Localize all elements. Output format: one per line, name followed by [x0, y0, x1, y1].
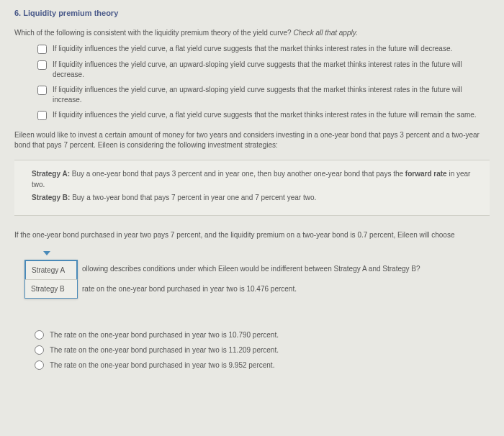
fill-prompt: If the one-year bond purchased in year t…: [14, 230, 490, 240]
radio-label: The rate on the one-year bond purchased …: [50, 331, 279, 339]
checkbox-input[interactable]: [37, 45, 47, 54]
dropdown-option-a[interactable]: Strategy A: [24, 260, 78, 280]
radio-label: The rate on the one-year bond purchased …: [50, 346, 279, 354]
strategy-a: Strategy A: Buy a one-year bond that pay…: [32, 169, 472, 190]
beside-dropdown-text: ollowing describes conditions under whic…: [82, 250, 490, 294]
strategy-b-label: Strategy B:: [32, 194, 70, 201]
strategy-a-label: Strategy A:: [32, 170, 70, 178]
checkbox-label: If liquidity influences the yield curve,…: [53, 44, 452, 54]
radio-input[interactable]: [35, 345, 44, 355]
beside-line-1: ollowing describes conditions under whic…: [82, 264, 490, 274]
checkbox-label: If liquidity influences the yield curve,…: [53, 60, 490, 79]
radio-input[interactable]: [35, 360, 44, 370]
checkbox-option[interactable]: If liquidity influences the yield curve,…: [37, 44, 490, 54]
strategy-dropdown[interactable]: Strategy A Strategy B: [24, 260, 78, 299]
checkbox-label: If liquidity influences the yield curve,…: [53, 110, 477, 120]
radio-option[interactable]: The rate on the one-year bond purchased …: [35, 330, 490, 340]
chevron-down-icon[interactable]: [43, 251, 50, 255]
dropdown-region: Strategy A Strategy B ollowing describes…: [14, 250, 490, 294]
question-prompt: Which of the following is consistent wit…: [14, 29, 490, 37]
dropdown-option-b[interactable]: Strategy B: [25, 280, 77, 298]
prompt-text: Which of the following is consistent wit…: [14, 29, 292, 37]
strategy-a-bold: forward rate: [405, 170, 447, 178]
prompt-hint: Check all that apply.: [293, 29, 357, 37]
radio-option[interactable]: The rate on the one-year bond purchased …: [35, 345, 490, 355]
radio-list: The rate on the one-year bond purchased …: [35, 330, 490, 370]
question-title-text: Liquidity premium theory: [23, 9, 118, 17]
radio-option[interactable]: The rate on the one-year bond purchased …: [35, 360, 490, 370]
strategy-box: Strategy A: Buy a one-year bond that pay…: [14, 160, 490, 216]
beside-line-2: rate on the one-year bond purchased in y…: [82, 284, 490, 294]
checkbox-input[interactable]: [37, 111, 47, 120]
strategy-a-text: Buy a one-year bond that pays 3 percent …: [70, 170, 405, 178]
question-number: 6.: [14, 9, 21, 17]
radio-label: The rate on the one-year bond purchased …: [50, 361, 274, 369]
checkbox-option[interactable]: If liquidity influences the yield curve,…: [37, 110, 490, 120]
radio-input[interactable]: [35, 330, 44, 340]
checkbox-input[interactable]: [37, 60, 47, 70]
checkbox-input[interactable]: [37, 86, 47, 95]
checkbox-option[interactable]: If liquidity influences the yield curve,…: [37, 85, 490, 104]
strategy-b-text: Buy a two-year bond that pays 7 percent …: [70, 194, 316, 201]
checkbox-label: If liquidity influences the yield curve,…: [53, 85, 490, 104]
checkbox-list: If liquidity influences the yield curve,…: [14, 44, 490, 120]
strategy-b: Strategy B: Buy a two-year bond that pay…: [32, 193, 472, 204]
checkbox-option[interactable]: If liquidity influences the yield curve,…: [37, 60, 490, 79]
scenario-text: Eileen would like to invest a certain am…: [14, 130, 490, 150]
question-title: 6. Liquidity premium theory: [14, 9, 490, 17]
